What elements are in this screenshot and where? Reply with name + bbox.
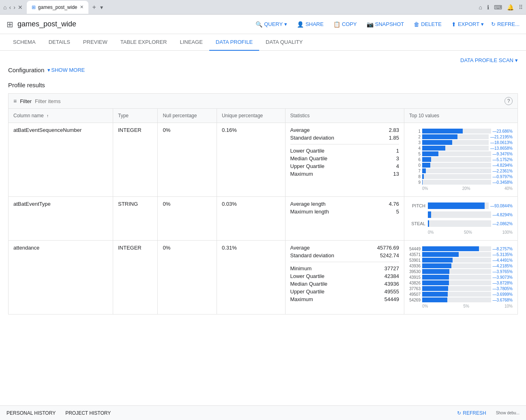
chart-bar-row: 2 —21.2195%	[409, 134, 513, 139]
bar-label: 2	[409, 135, 421, 139]
browser-grid-icon[interactable]: ⠿	[519, 4, 523, 11]
stat-value: 37727	[375, 265, 399, 271]
scan-bar: DATA PROFILE SCAN ▾	[8, 57, 518, 63]
chevron-down-icon: ▾	[47, 67, 50, 73]
stat-label: Maximum length	[290, 209, 329, 215]
stat-label: Average length	[290, 201, 326, 207]
query-dropdown-icon: ▾	[284, 21, 287, 27]
cell-unique-pct: 0.03%	[217, 197, 285, 241]
table-header-row: Column name ↑ Type Null percentage Uniqu…	[9, 109, 518, 123]
bar-pct: —0.3458%	[493, 180, 513, 185]
stat-label: Average	[290, 245, 310, 251]
tab-list-icon[interactable]: ▾	[100, 4, 103, 11]
cell-statistics: Average 45776.69 Standard deviation 5242…	[285, 241, 404, 314]
cell-type: STRING	[113, 197, 157, 241]
chart-axis: 0%20%40%	[409, 185, 513, 191]
tab-data-profile[interactable]: DATA PROFILE	[209, 34, 259, 51]
h-bar-pct: —2.0862%	[493, 222, 513, 226]
stat-row: Maximum length 5	[290, 209, 399, 215]
bar-fill	[422, 286, 448, 291]
page-title: games_post_wide	[17, 20, 76, 28]
bar-pct: —9.3476%	[493, 152, 513, 156]
tab-table-icon: ⊞	[32, 4, 36, 10]
browser-back-icon[interactable]: ‹	[9, 4, 11, 11]
browser-close-icon[interactable]: ✕	[18, 4, 23, 11]
bar-track	[422, 134, 489, 139]
bar-label: 54269	[409, 298, 421, 302]
tab-lineage[interactable]: LINEAGE	[173, 34, 209, 51]
th-null-pct[interactable]: Null percentage	[158, 109, 217, 123]
stat-value: 13	[375, 171, 399, 177]
configuration-section: Configuration ▾ SHOW MORE	[8, 67, 518, 73]
bar-fill	[422, 146, 445, 151]
chart-container: 54449 —8.2757% 43571 —5.3135% 53901	[409, 245, 513, 310]
new-tab-icon[interactable]: +	[92, 4, 96, 11]
stat-value: 45776.69	[375, 245, 399, 251]
chart-bar-row: 0 —4.8294%	[409, 163, 513, 168]
chart-axis: 0%5%10%	[409, 303, 513, 308]
bar-track	[422, 157, 491, 162]
stat-value: 54449	[375, 296, 399, 302]
chart-bar-row: 43826 —3.8728%	[409, 280, 513, 285]
h-bar-row: PITCH —93.0844%	[409, 202, 513, 209]
export-button[interactable]: ⬆ EXPORT ▾	[447, 19, 488, 30]
filter-input[interactable]	[35, 98, 103, 104]
chart-bar-row: 39530 —3.9765%	[409, 269, 513, 274]
delete-button[interactable]: 🗑 DELETE	[410, 19, 446, 30]
query-button[interactable]: 🔍 QUERY ▾	[251, 19, 291, 30]
bar-label: 0	[409, 163, 421, 168]
stat-row: Upper Quartile 49555	[290, 289, 399, 295]
bar-label: 37763	[409, 286, 421, 291]
tab-close-icon[interactable]: ✕	[80, 4, 84, 10]
browser-info-icon[interactable]: ℹ	[487, 4, 489, 11]
help-icon[interactable]: ?	[505, 97, 513, 105]
snapshot-button[interactable]: 📷 SNAPSHOT	[363, 19, 408, 30]
th-type[interactable]: Type	[113, 109, 157, 123]
bar-fill	[422, 151, 438, 156]
bar-label: 43936	[409, 264, 421, 268]
cell-type: INTEGER	[113, 241, 157, 314]
refresh-button[interactable]: ↻ REFRE...	[491, 21, 520, 27]
browser-home-btn[interactable]: ⌂	[479, 4, 482, 11]
bar-fill	[422, 258, 453, 263]
th-unique-pct[interactable]: Unique percentage	[217, 109, 285, 123]
bar-pct: —3.8728%	[493, 281, 513, 285]
bar-label: 54449	[409, 247, 421, 251]
stat-label: Upper Quartile	[290, 289, 325, 295]
show-more-button[interactable]: ▾ SHOW MORE	[47, 67, 85, 73]
stat-row: Upper Quartile 4	[290, 163, 399, 169]
share-button[interactable]: 👤 SHARE	[293, 19, 328, 30]
table-row: atBatEventTypeSTRING0%0.03% Average leng…	[9, 197, 518, 241]
bar-pct: —4.2185%	[493, 264, 513, 268]
chart-bar-row: 1 —23.686%	[409, 129, 513, 134]
h-bar-label: STEAL	[409, 221, 425, 226]
share-icon: 👤	[297, 21, 304, 28]
stat-divider	[290, 144, 399, 144]
data-profile-scan-link[interactable]: DATA PROFILE SCAN ▾	[460, 57, 518, 63]
browser-keyboard-icon[interactable]: ⌨	[494, 4, 502, 11]
browser-tab[interactable]: ⊞ games_post_wide ✕	[27, 1, 88, 14]
tab-preview[interactable]: PREVIEW	[77, 34, 114, 51]
h-bar-track	[428, 220, 491, 227]
bar-label: 7	[409, 169, 421, 173]
stat-row: Maximum 54449	[290, 296, 399, 302]
main-content: DATA PROFILE SCAN ▾ Configuration ▾ SHOW…	[0, 51, 526, 321]
browser-forward-icon[interactable]: ›	[13, 4, 15, 11]
bar-fill	[422, 275, 449, 280]
bar-track	[422, 140, 489, 145]
copy-button[interactable]: 📋 COPY	[329, 19, 361, 30]
stat-row: Minimum 37727	[290, 265, 399, 271]
th-column-name[interactable]: Column name ↑	[9, 109, 113, 123]
browser-home-icon[interactable]: ⌂	[3, 4, 6, 11]
bar-fill	[422, 269, 449, 274]
browser-bell-icon[interactable]: 🔔	[507, 4, 514, 11]
tab-data-quality[interactable]: DATA QUALITY	[259, 34, 309, 51]
stat-value: 5	[375, 209, 399, 215]
stat-label: Maximum	[290, 296, 313, 302]
stat-label: Standard deviation	[290, 252, 334, 258]
table-row: attendanceINTEGER0%0.31% Average 45776.6…	[9, 241, 518, 314]
tab-details[interactable]: DETAILS	[42, 34, 77, 51]
filter-row: ≡ Filter ?	[8, 93, 518, 108]
tab-table-explorer[interactable]: TABLE EXPLORER	[114, 34, 174, 51]
tab-schema[interactable]: SCHEMA	[6, 34, 42, 51]
